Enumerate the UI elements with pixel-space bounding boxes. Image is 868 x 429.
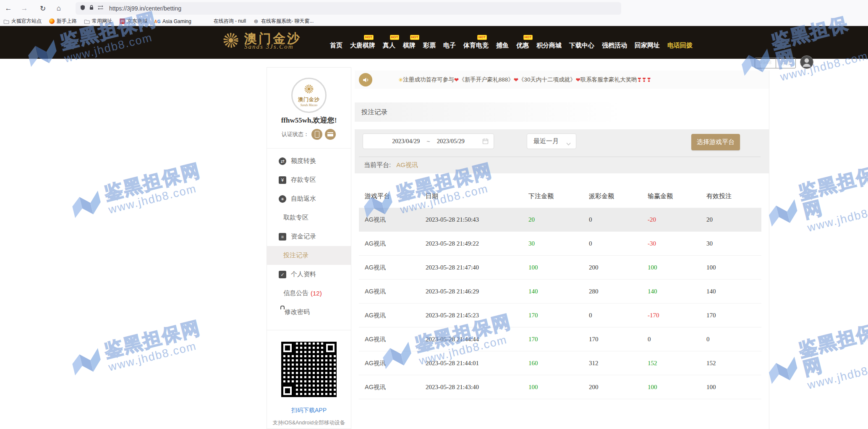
bookmark-label: 在线咨询 - null — [214, 18, 246, 25]
speaker-icon — [359, 73, 372, 86]
deposit-button[interactable]: 存款 — [776, 58, 795, 68]
table-row[interactable]: AG视讯2023-05-28 21:50:43200-2020 — [359, 208, 761, 232]
sidebar-item-rebate[interactable]: ✳自助返水 — [267, 189, 351, 208]
browser-toolbar: ← → ↻ ⌂ https://3j99.in/center/betting — [0, 0, 868, 17]
table-row[interactable]: AG视讯2023-05-28 21:45:231700-170170 — [359, 303, 761, 327]
nav-item[interactable]: 体育电竞HOT — [463, 42, 489, 50]
reload-icon[interactable]: ↻ — [38, 3, 48, 13]
screen: ← → ↻ ⌂ https://3j99.in/center/betting 火… — [0, 0, 868, 429]
cell-winloss-amount: 140 — [642, 280, 701, 303]
sidebar-item-label: 取款专区 — [283, 214, 309, 222]
ag-icon: AG — [154, 18, 160, 24]
bookmark-item[interactable]: 常用网址 — [84, 18, 112, 25]
table-row[interactable]: AG视讯2023-05-28 21:43:40100200100100 — [359, 375, 761, 399]
range-select[interactable]: 最近一月 — [527, 133, 576, 149]
date-end-value[interactable]: 2023/05/29 — [437, 138, 465, 145]
bookmark-item[interactable]: 在线咨询 - null — [214, 18, 246, 25]
nav-item[interactable]: 大唐棋牌HOT — [350, 42, 375, 50]
bookmark-label: Asia Gaming — [162, 18, 191, 24]
url-text[interactable]: https://3j99.in/center/betting — [109, 5, 181, 12]
url-bar[interactable]: https://3j99.in/center/betting — [76, 2, 621, 15]
bookmark-item[interactable]: ⊕在线客服系统- 聊天窗... — [253, 18, 314, 25]
announcement-segment: ❤ — [576, 76, 580, 83]
nav-item[interactable]: 电话回拨 — [667, 42, 693, 50]
nav-item-label: 电话回拨 — [667, 42, 693, 49]
sidebar-item-label: 投注记录 — [283, 251, 309, 259]
password-icon — [279, 309, 280, 316]
table-row[interactable]: AG视讯2023-05-28 21:44:4417017000 — [359, 327, 761, 351]
table-row[interactable]: AG视讯2023-05-28 21:47:40100200100100 — [359, 256, 761, 280]
permissions-icon[interactable] — [97, 5, 104, 12]
watermark-text: 鉴黑担保网www.jhdb8.com — [102, 160, 206, 217]
cell-valid-bet: 20 — [701, 208, 761, 232]
forward-icon[interactable]: → — [19, 3, 29, 13]
sidebar-item-label: 自助返水 — [291, 195, 316, 203]
bookmark-item[interactable]: AGAsia Gaming — [154, 18, 191, 24]
sidebar-item-message[interactable]: 信息公告(12) — [267, 284, 351, 303]
site-logo[interactable]: 澳门金沙 Sands 3Js.Com — [222, 31, 301, 51]
table-row[interactable]: AG视讯2023-05-28 21:49:22300-3030 — [359, 232, 761, 256]
auth-status: 认证状态： — [282, 129, 336, 140]
qr-support-text: 支持iOS&Android全部移动设备 — [267, 419, 351, 426]
table-row[interactable]: AG视讯2023-05-28 21:44:01160312152152 — [359, 351, 761, 375]
auth-label: 认证状态： — [282, 131, 309, 138]
nav-item[interactable]: 下载中心 — [569, 42, 594, 50]
sidebar-item-label: 存款专区 — [291, 176, 316, 184]
bookmark-item[interactable]: 火狐官方站点 — [3, 18, 42, 25]
divider — [267, 330, 351, 330]
bookmark-label: 新手上路 — [57, 18, 77, 25]
home-icon[interactable]: ⌂ — [54, 3, 64, 13]
site-header: 澳门金沙 Sands 3Js.Com 首页大唐棋牌HOT真人HOT棋牌HOT彩票… — [0, 26, 868, 59]
sidebar-item-funds[interactable]: ≡资金记录 — [267, 227, 351, 246]
divider — [359, 157, 761, 157]
shield-icon[interactable] — [80, 5, 86, 12]
nav-item[interactable]: 积分商城 — [536, 42, 562, 50]
nav-item[interactable]: 首页 — [330, 42, 342, 50]
sidebar-item-deposit[interactable]: ¥存款专区 — [267, 170, 351, 189]
date-range-input[interactable]: 2023/04/29 ~ 2023/05/29 — [363, 133, 494, 149]
wallet[interactable]: ¥948 存款 — [755, 58, 796, 68]
sidebar-item-profile[interactable]: ✓个人资料 — [267, 265, 351, 284]
sidebar-item-password[interactable]: 修改密码 — [267, 303, 351, 322]
date-start-value[interactable]: 2023/04/29 — [392, 138, 420, 145]
nav-item[interactable]: 棋牌HOT — [403, 42, 416, 50]
nav-item-label: 回家网址 — [635, 42, 660, 49]
cell-valid-bet: 30 — [701, 232, 761, 256]
watermark-url: www.jhdb8.com — [107, 337, 206, 374]
watermark-title: 鉴黑担保网 — [102, 318, 203, 360]
betting-records-table: 游戏平台日期下注金额派彩金额输赢金额有效投注 AG视讯2023-05-28 21… — [359, 185, 761, 399]
nav-item[interactable]: 彩票 — [423, 42, 436, 50]
nav-item[interactable]: 真人HOT — [383, 42, 395, 50]
bankcard-verified-icon[interactable] — [325, 129, 336, 140]
sidebar-item-transfer[interactable]: ⇄额度转换 — [267, 152, 351, 170]
sidebar-item-betting[interactable]: 投注记录 — [267, 246, 351, 265]
cell-payout-amount: 0 — [583, 232, 642, 256]
cell-valid-bet: 0 — [701, 327, 761, 351]
nav-item[interactable]: 强档活动 — [602, 42, 627, 50]
cell-winloss-amount: -20 — [642, 208, 701, 232]
nav-item[interactable]: 优惠HOT — [516, 42, 529, 50]
sidebar-logo-title: 澳门金沙 — [298, 96, 320, 103]
table-row[interactable]: AG视讯2023-05-28 21:46:29140280140140 — [359, 280, 761, 303]
watermark-text: 鉴黑担保网www.jhdb8.com — [797, 162, 868, 234]
back-icon[interactable]: ← — [3, 3, 13, 13]
cell-winloss-amount: 152 — [642, 351, 701, 375]
avatar[interactable] — [800, 55, 813, 69]
nav-item-label: 真人 — [383, 42, 395, 49]
funds-icon: ≡ — [279, 233, 286, 241]
cell-winloss-amount: 0 — [642, 327, 701, 351]
bookmark-item[interactable]: 新手上路 — [49, 18, 77, 25]
nav-item[interactable]: 电子 — [443, 42, 456, 50]
qr-download-label[interactable]: 扫码下载APP — [267, 407, 351, 414]
calendar-icon[interactable] — [482, 138, 489, 146]
phone-verified-icon[interactable] — [311, 129, 322, 140]
choose-platform-button[interactable]: 选择游戏平台 — [691, 134, 740, 150]
sidebar-item-withdraw[interactable]: 取款专区 — [267, 208, 351, 227]
main-nav: 首页大唐棋牌HOT真人HOT棋牌HOT彩票电子体育电竞HOT捕鱼优惠HOT积分商… — [330, 26, 693, 59]
current-platform-value[interactable]: AG视讯 — [396, 161, 418, 168]
lock-icon[interactable] — [89, 5, 94, 12]
nav-item[interactable]: 捕鱼 — [496, 42, 509, 50]
balance-value[interactable]: ¥948 — [755, 58, 776, 68]
nav-item[interactable]: 回家网址 — [635, 42, 660, 50]
bookmark-item[interactable]: JD京东商城 — [119, 18, 147, 25]
